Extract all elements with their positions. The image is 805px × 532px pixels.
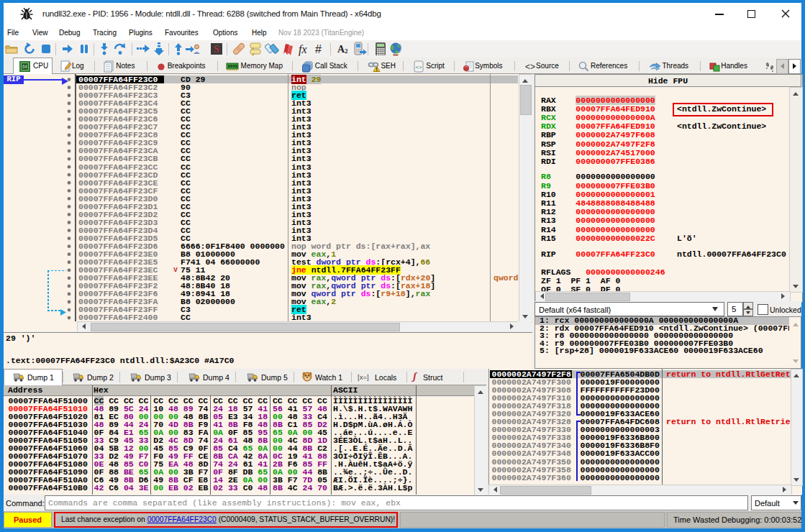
svg-text:64: 64 [22, 64, 27, 69]
svg-text:<>: <> [415, 65, 422, 70]
svg-text:S: S [214, 44, 219, 55]
svg-text:!: ! [376, 67, 377, 72]
svg-text:<>: <> [525, 62, 535, 72]
svg-text:2: 2 [345, 47, 348, 55]
svg-text:fx: fx [299, 43, 307, 56]
svg-text:#: # [315, 43, 322, 55]
